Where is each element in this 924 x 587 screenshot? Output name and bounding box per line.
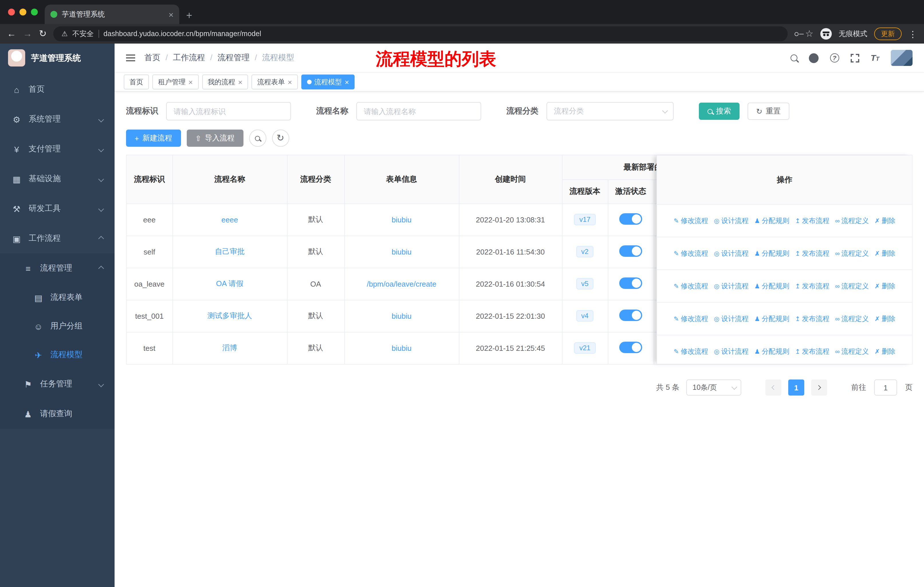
design-process-link[interactable]: 设计流程 — [714, 216, 748, 226]
active-toggle[interactable] — [619, 342, 642, 353]
modify-process-link[interactable]: 修改流程 — [674, 248, 708, 258]
prev-page-button[interactable] — [765, 379, 781, 395]
close-icon[interactable] — [287, 78, 292, 86]
assign-rule-link[interactable]: 分配规则 — [754, 281, 789, 291]
close-window-button[interactable] — [8, 8, 15, 15]
tag-home[interactable]: 首页 — [124, 74, 149, 89]
refresh-table-button[interactable] — [272, 129, 289, 147]
design-process-link[interactable]: 设计流程 — [714, 347, 748, 357]
close-icon[interactable] — [238, 78, 242, 86]
process-name-link[interactable]: eeee — [221, 215, 238, 224]
sidebar-item-task-management[interactable]: 任务管理 — [0, 369, 115, 399]
process-definition-link[interactable]: 流程定义 — [835, 248, 869, 258]
publish-process-link[interactable]: 发布流程 — [795, 216, 829, 226]
close-icon[interactable] — [188, 78, 193, 86]
breadcrumb-home[interactable]: 首页 — [144, 53, 168, 63]
reset-button[interactable]: 重置 — [747, 103, 789, 120]
sidebar-item-leave-query[interactable]: 请假查询 — [0, 399, 115, 429]
process-name-link[interactable]: 滔博 — [222, 344, 237, 352]
form-link[interactable]: biubiu — [391, 312, 411, 320]
process-name-link[interactable]: 测试多审批人 — [207, 311, 252, 320]
sidebar-item-payment[interactable]: 支付管理 — [0, 134, 115, 164]
address-bar[interactable]: 不安全 dashboard.yudao.iocoder.cn/bpm/manag… — [54, 26, 788, 41]
zoom-window-button[interactable] — [31, 8, 38, 15]
process-definition-link[interactable]: 流程定义 — [835, 281, 869, 291]
update-button[interactable]: 更新 — [874, 28, 902, 40]
delete-process-link[interactable]: 删除 — [875, 314, 895, 324]
process-definition-link[interactable]: 流程定义 — [835, 314, 869, 324]
delete-process-link[interactable]: 删除 — [875, 347, 895, 357]
tag-tenant[interactable]: 租户管理 — [152, 74, 198, 89]
bookmark-star-icon[interactable] — [805, 29, 813, 38]
sidebar-item-home[interactable]: 首页 — [0, 74, 115, 104]
password-key-icon[interactable] — [794, 32, 798, 36]
delete-process-link[interactable]: 删除 — [875, 216, 895, 226]
search-icon[interactable] — [790, 55, 797, 61]
sidebar-item-process-management[interactable]: 流程管理 — [0, 253, 115, 283]
process-name-link[interactable]: 自己审批 — [215, 247, 244, 256]
sidebar-item-user-group[interactable]: 用户分组 — [0, 312, 115, 341]
publish-process-link[interactable]: 发布流程 — [795, 347, 829, 357]
assign-rule-link[interactable]: 分配规则 — [754, 314, 789, 324]
sidebar-item-infrastructure[interactable]: 基础设施 — [0, 164, 115, 194]
modify-process-link[interactable]: 修改流程 — [674, 281, 708, 291]
back-button[interactable] — [7, 29, 16, 38]
help-icon[interactable] — [830, 53, 839, 63]
toggle-search-button[interactable] — [249, 129, 266, 147]
design-process-link[interactable]: 设计流程 — [714, 314, 748, 324]
sidebar-fold-icon[interactable] — [126, 55, 135, 61]
form-link[interactable]: biubiu — [391, 247, 411, 256]
tag-process-form[interactable]: 流程表单 — [251, 74, 298, 89]
fullscreen-icon[interactable] — [850, 54, 859, 62]
goto-page-input[interactable] — [874, 379, 897, 395]
breadcrumb-workflow[interactable]: 工作流程 — [173, 53, 213, 63]
process-key-input[interactable] — [166, 102, 291, 121]
github-icon[interactable] — [808, 53, 818, 63]
tag-my-process[interactable]: 我的流程 — [202, 74, 248, 89]
breadcrumb-process-management[interactable]: 流程管理 — [218, 53, 257, 63]
modify-process-link[interactable]: 修改流程 — [674, 216, 708, 226]
tab-close-icon[interactable] — [168, 10, 173, 19]
process-definition-link[interactable]: 流程定义 — [835, 347, 869, 357]
publish-process-link[interactable]: 发布流程 — [795, 281, 829, 291]
minimize-window-button[interactable] — [20, 8, 26, 15]
design-process-link[interactable]: 设计流程 — [714, 281, 748, 291]
sidebar-item-system[interactable]: 系统管理 — [0, 104, 115, 134]
new-tab-button[interactable] — [186, 10, 192, 21]
active-toggle[interactable] — [619, 277, 642, 289]
sidebar-item-devtools[interactable]: 研发工具 — [0, 194, 115, 223]
sidebar-item-process-form[interactable]: 流程表单 — [0, 283, 115, 312]
active-toggle[interactable] — [619, 309, 642, 321]
process-name-link[interactable]: OA 请假 — [216, 279, 243, 288]
import-process-button[interactable]: 导入流程 — [186, 129, 243, 147]
create-process-button[interactable]: 新建流程 — [126, 129, 181, 147]
delete-process-link[interactable]: 删除 — [875, 248, 895, 258]
form-link[interactable]: /bpm/oa/leave/create — [367, 279, 437, 288]
reload-button[interactable] — [39, 29, 47, 38]
font-size-icon[interactable] — [870, 53, 879, 63]
process-definition-link[interactable]: 流程定义 — [835, 216, 869, 226]
process-name-input[interactable] — [356, 102, 481, 121]
design-process-link[interactable]: 设计流程 — [714, 248, 748, 258]
sidebar-item-workflow[interactable]: 工作流程 — [0, 223, 115, 253]
next-page-button[interactable] — [811, 379, 827, 395]
delete-process-link[interactable]: 删除 — [875, 281, 895, 291]
modify-process-link[interactable]: 修改流程 — [674, 314, 708, 324]
active-toggle[interactable] — [619, 213, 642, 225]
tag-process-model[interactable]: 流程模型 — [301, 74, 355, 89]
sidebar-item-process-model[interactable]: 流程模型 — [0, 341, 115, 369]
browser-menu-icon[interactable] — [909, 30, 917, 38]
publish-process-link[interactable]: 发布流程 — [795, 314, 829, 324]
page-number-button[interactable]: 1 — [788, 379, 804, 395]
form-link[interactable]: biubiu — [391, 215, 411, 224]
process-category-select[interactable]: 流程分类 — [546, 102, 674, 121]
assign-rule-link[interactable]: 分配规则 — [754, 347, 789, 357]
close-icon[interactable] — [345, 78, 349, 86]
forward-button[interactable] — [23, 29, 32, 38]
publish-process-link[interactable]: 发布流程 — [795, 248, 829, 258]
modify-process-link[interactable]: 修改流程 — [674, 347, 708, 357]
avatar[interactable] — [891, 50, 912, 66]
page-size-select[interactable]: 10条/页 — [686, 379, 741, 395]
active-toggle[interactable] — [619, 245, 642, 256]
search-button[interactable]: 搜索 — [699, 103, 739, 120]
